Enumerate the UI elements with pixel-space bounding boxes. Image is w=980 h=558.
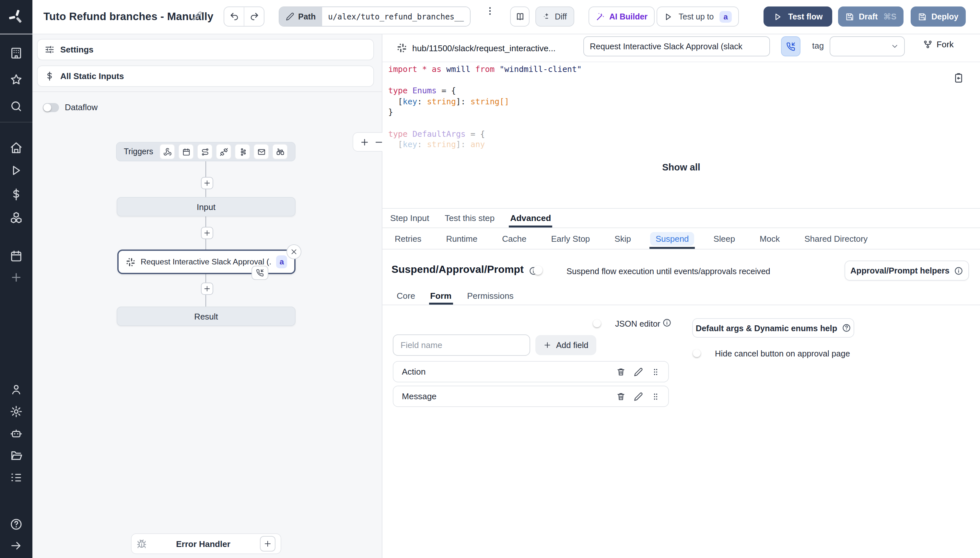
show-all-code-button[interactable]: Show all bbox=[382, 162, 980, 172]
home-icon[interactable] bbox=[10, 141, 23, 154]
form-field-row[interactable]: Message bbox=[393, 386, 669, 407]
favorites-star-icon[interactable] bbox=[10, 73, 23, 86]
tag-select[interactable] bbox=[830, 36, 905, 56]
audit-logs-icon[interactable] bbox=[10, 471, 23, 484]
path-button[interactable]: Path u/alex/tuto_refund_branches__ bbox=[279, 7, 470, 26]
grip-icon[interactable] bbox=[652, 367, 660, 376]
email-trigger-icon[interactable] bbox=[253, 144, 269, 159]
suspend-indicator-badge bbox=[251, 266, 268, 280]
help-icon[interactable] bbox=[10, 518, 23, 531]
kafka-trigger-icon[interactable] bbox=[235, 144, 250, 159]
test-flow-button[interactable]: Test flow bbox=[763, 7, 832, 26]
tab-step-input[interactable]: Step Input bbox=[382, 209, 437, 228]
tab-sleep[interactable]: Sleep bbox=[701, 228, 748, 249]
pencil-icon[interactable] bbox=[634, 392, 643, 401]
fork-button[interactable]: Fork bbox=[923, 39, 954, 49]
more-options-button[interactable] bbox=[485, 6, 495, 16]
test-flow-label: Test flow bbox=[788, 12, 823, 21]
default-args-help-button[interactable]: Default args & Dynamic enums help bbox=[692, 318, 854, 338]
step-node-id-badge: a bbox=[276, 255, 287, 268]
trash-icon[interactable] bbox=[616, 392, 625, 401]
step-summary-input[interactable]: Request Interactive Slack Approval (slac… bbox=[583, 36, 770, 56]
add-step-button[interactable] bbox=[201, 177, 213, 189]
all-static-inputs-button[interactable]: All Static Inputs bbox=[37, 66, 374, 87]
form-field-row[interactable]: Action bbox=[393, 361, 669, 382]
test-up-to-button[interactable]: Test up to a bbox=[657, 7, 739, 26]
variables-icon[interactable] bbox=[10, 188, 23, 201]
tab-core[interactable]: Core bbox=[382, 286, 422, 305]
tab-retries[interactable]: Retries bbox=[382, 228, 433, 249]
diff-button[interactable]: Diff bbox=[535, 7, 574, 26]
hub-script-path[interactable]: hub/11500/slack/request_interactive... bbox=[397, 43, 555, 53]
ai-builder-label: AI Builder bbox=[609, 12, 647, 21]
scheduled-poll-trigger-icon[interactable] bbox=[272, 144, 288, 159]
ai-builder-button[interactable]: AI Builder bbox=[589, 7, 655, 26]
zoom-out-icon[interactable] bbox=[374, 137, 383, 147]
redo-button[interactable] bbox=[244, 7, 264, 26]
tab-early-stop[interactable]: Early Stop bbox=[538, 228, 602, 249]
user-icon[interactable] bbox=[10, 383, 23, 396]
field-name: Action bbox=[402, 367, 608, 377]
settings-gear-icon[interactable] bbox=[10, 405, 23, 418]
tab-shared-directory[interactable]: Shared Directory bbox=[792, 228, 880, 249]
folders-icon[interactable] bbox=[10, 449, 23, 462]
deploy-button[interactable]: Deploy bbox=[911, 7, 965, 26]
error-handler-node[interactable]: Error Handler bbox=[131, 533, 281, 554]
tab-test-this-step[interactable]: Test this step bbox=[437, 209, 502, 228]
expand-sidebar-icon[interactable] bbox=[10, 539, 23, 552]
trash-icon[interactable] bbox=[616, 367, 625, 376]
add-icon[interactable] bbox=[10, 271, 23, 284]
triggers-node[interactable]: Triggers bbox=[116, 142, 295, 161]
add-field-button[interactable]: Add field bbox=[535, 335, 596, 355]
runs-icon[interactable] bbox=[10, 164, 23, 177]
schedules-icon[interactable] bbox=[10, 249, 23, 263]
remove-step-button[interactable] bbox=[286, 245, 301, 259]
search-icon[interactable] bbox=[10, 100, 23, 113]
path-value[interactable]: u/alex/tuto_refund_branches__ bbox=[322, 7, 469, 26]
tab-suspend[interactable]: Suspend bbox=[643, 228, 701, 249]
add-step-button[interactable] bbox=[201, 227, 213, 239]
info-icon[interactable] bbox=[662, 318, 671, 327]
ai-bot-icon[interactable] bbox=[10, 427, 23, 440]
zoom-in-icon[interactable] bbox=[359, 137, 369, 147]
tab-form[interactable]: Form bbox=[422, 286, 459, 305]
copy-code-icon[interactable] bbox=[954, 72, 964, 83]
test-up-to-step-badge: a bbox=[719, 11, 731, 22]
step-node-label: Request Interactive Slack Approval (... bbox=[141, 257, 271, 266]
schedule-trigger-icon[interactable] bbox=[178, 144, 194, 159]
draft-button[interactable]: Draft ⌘S bbox=[838, 7, 903, 26]
play-icon bbox=[773, 12, 782, 21]
code-editor[interactable]: import * as wmill from "windmill-client"… bbox=[388, 64, 959, 150]
flow-settings-button[interactable]: Settings bbox=[37, 39, 374, 60]
tab-cache[interactable]: Cache bbox=[490, 228, 538, 249]
tab-skip[interactable]: Skip bbox=[602, 228, 643, 249]
input-node[interactable]: Input bbox=[117, 197, 295, 217]
result-node-label: Result bbox=[194, 312, 218, 321]
resources-icon[interactable] bbox=[10, 211, 23, 224]
add-error-handler-button[interactable] bbox=[260, 536, 276, 551]
tab-mock[interactable]: Mock bbox=[747, 228, 792, 249]
slack-approval-step-node[interactable]: Request Interactive Slack Approval (... … bbox=[117, 249, 295, 274]
webhook-trigger-icon[interactable] bbox=[159, 144, 175, 159]
websocket-trigger-icon[interactable] bbox=[216, 144, 231, 159]
windmill-logo[interactable] bbox=[0, 0, 33, 34]
dataflow-toggle[interactable] bbox=[43, 103, 59, 112]
grip-icon[interactable] bbox=[652, 392, 660, 401]
phone-incoming-icon bbox=[256, 269, 264, 277]
workspace-icon[interactable] bbox=[10, 47, 23, 60]
field-name-input[interactable] bbox=[393, 335, 530, 356]
tab-permissions[interactable]: Permissions bbox=[459, 286, 522, 305]
add-step-button[interactable] bbox=[201, 282, 213, 295]
phone-incoming-icon bbox=[786, 42, 795, 51]
bug-icon bbox=[137, 539, 146, 548]
suspend-mode-button[interactable] bbox=[781, 36, 801, 56]
approval-prompt-helpers-button[interactable]: Approval/Prompt helpers bbox=[845, 261, 969, 281]
tab-runtime[interactable]: Runtime bbox=[433, 228, 490, 249]
docs-button[interactable] bbox=[510, 7, 530, 26]
result-node[interactable]: Result bbox=[117, 307, 295, 326]
http-route-trigger-icon[interactable] bbox=[197, 144, 213, 159]
tab-advanced[interactable]: Advanced bbox=[502, 209, 559, 228]
pencil-icon[interactable] bbox=[634, 367, 643, 376]
undo-button[interactable] bbox=[224, 7, 244, 26]
edit-title-icon[interactable] bbox=[192, 11, 202, 21]
